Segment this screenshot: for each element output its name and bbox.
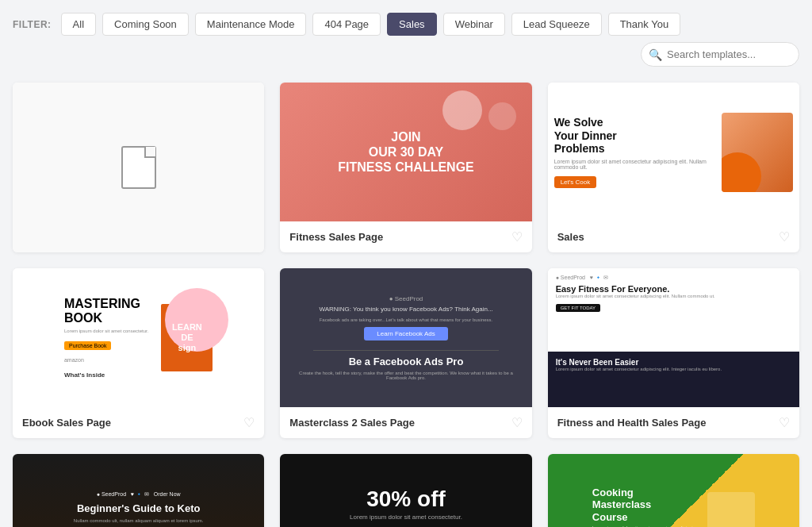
template-thumb-masterclass: ● SeedProd WARNING: You think you know F… — [280, 268, 531, 407]
template-card-offer[interactable]: 30% off Lorem ipsum dolor sit amet conse… — [280, 454, 531, 527]
filter-lead-squeeze[interactable]: Lead Squeeze — [511, 13, 602, 36]
card-title: Fitness Sales Page — [289, 231, 383, 243]
card-title: Sales — [557, 231, 584, 243]
mc-desc: Create the hook, tell the story, make th… — [289, 371, 522, 380]
filter-all[interactable]: All — [61, 13, 96, 36]
template-card-fitness[interactable]: JOINOUR 30 DAYFITNESS CHALLENGE Fitness … — [280, 83, 531, 252]
card-title: Fitness and Health Sales Page — [557, 417, 707, 429]
search-wrapper: 🔍 — [641, 42, 799, 67]
fh-cta-btn: GET FIT TODAY — [556, 304, 600, 312]
template-card-cooking[interactable]: CookingMasterclassCourse Lorem ipsum dol… — [548, 454, 799, 527]
filter-webinar[interactable]: Webinar — [443, 13, 505, 36]
search-input[interactable] — [641, 42, 799, 67]
favorite-icon[interactable]: ♡ — [511, 415, 523, 430]
card-footer: Fitness and Health Sales Page ♡ — [548, 407, 799, 438]
template-card-ebook[interactable]: MASTERINGBOOK Lorem ipsum dolor sit amet… — [13, 268, 264, 438]
mc-cta-btn: Learn Facebook Ads — [364, 327, 447, 340]
filter-coming-soon[interactable]: Coming Soon — [102, 13, 189, 36]
cooking-image — [707, 492, 755, 528]
card-footer: Fitness Sales Page ♡ — [280, 221, 531, 252]
mc-title: Be a Facebook Ads Pro — [349, 356, 464, 367]
ebook-content: MASTERINGBOOK Lorem ipsum dolor sit amet… — [64, 297, 148, 378]
template-thumb-ebook: MASTERINGBOOK Lorem ipsum dolor sit amet… — [13, 268, 264, 407]
sales-cta-btn: Let's Cook — [554, 176, 597, 188]
card-title: Masterclass 2 Sales Page — [289, 417, 415, 429]
template-thumb-cooking: CookingMasterclassCourse Lorem ipsum dol… — [548, 454, 799, 527]
filter-sales[interactable]: Sales — [387, 13, 437, 36]
template-thumb-keto: ● SeedProd ♥ 🔹 ✉ Order Now Beginner's Gu… — [13, 454, 264, 527]
fh-bottom-section: It's Never Been Easier Lorem ipsum dolor… — [548, 352, 799, 407]
fh-top-section: ● SeedProd ♥ 🔹 ✉ Easy Fitness For Everyo… — [548, 268, 799, 352]
template-card-sales[interactable]: We SolveYour DinnerProblems Lorem ipsum … — [548, 83, 799, 252]
favorite-icon[interactable]: ♡ — [511, 229, 523, 244]
filter-maintenance[interactable]: Maintenance Mode — [195, 13, 307, 36]
decorative-circles — [442, 90, 516, 133]
template-card-blank[interactable]: Blank Template ♡ — [13, 83, 264, 252]
offer-subtitle: Lorem ipsum dolor sit amet consectetur. — [350, 514, 462, 521]
template-thumb-fitness: JOINOUR 30 DAYFITNESS CHALLENGE — [280, 83, 531, 221]
mc-divider — [313, 350, 500, 351]
card-footer: Sales ♡ — [548, 221, 799, 252]
card-footer: Masterclass 2 Sales Page ♡ — [280, 407, 531, 438]
filter-bar: FILTER: All Coming Soon Maintenance Mode… — [13, 13, 799, 67]
card-title: Ebook Sales Page — [22, 417, 111, 429]
filter-404[interactable]: 404 Page — [312, 13, 381, 36]
favorite-icon[interactable]: ♡ — [243, 415, 255, 430]
template-card-masterclass[interactable]: ● SeedProd WARNING: You think you know F… — [280, 268, 531, 438]
fitness-text: JOINOUR 30 DAYFITNESS CHALLENGE — [338, 129, 474, 175]
amazon-btn: Purchase Book — [64, 341, 111, 350]
search-icon: 🔍 — [649, 48, 662, 61]
template-thumb-offer: 30% off Lorem ipsum dolor sit amet conse… — [280, 454, 531, 527]
template-card-fithealth[interactable]: ● SeedProd ♥ 🔹 ✉ Easy Fitness For Everyo… — [548, 268, 799, 438]
mc-warning: WARNING: You think you know Facebook Ads… — [319, 306, 492, 313]
template-thumb-blank — [13, 83, 264, 252]
template-grid: Blank Template ♡ JOINOUR 30 DAYFITNESS C… — [13, 83, 799, 527]
file-icon — [121, 146, 156, 189]
sales-food-image — [722, 113, 793, 192]
sales-content-left: We SolveYour DinnerProblems Lorem ipsum … — [554, 116, 715, 188]
cooking-content: CookingMasterclassCourse Lorem ipsum dol… — [592, 487, 699, 527]
keto-brand: ● SeedProd ♥ 🔹 ✉ Order Now — [97, 491, 181, 498]
filter-label: FILTER: — [13, 19, 52, 30]
template-thumb-sales: We SolveYour DinnerProblems Lorem ipsum … — [548, 83, 799, 221]
template-thumb-fithealth: ● SeedProd ♥ 🔹 ✉ Easy Fitness For Everyo… — [548, 268, 799, 407]
template-card-keto[interactable]: ● SeedProd ♥ 🔹 ✉ Order Now Beginner's Gu… — [13, 454, 264, 527]
card-footer: Ebook Sales Page ♡ — [13, 407, 264, 438]
mc-brand: ● SeedProd — [389, 295, 423, 302]
favorite-icon[interactable]: ♡ — [779, 229, 790, 244]
filter-thank-you[interactable]: Thank You — [608, 13, 680, 36]
ebook-cover: LEARNDEsign — [161, 304, 213, 371]
favorite-icon[interactable]: ♡ — [779, 415, 790, 430]
